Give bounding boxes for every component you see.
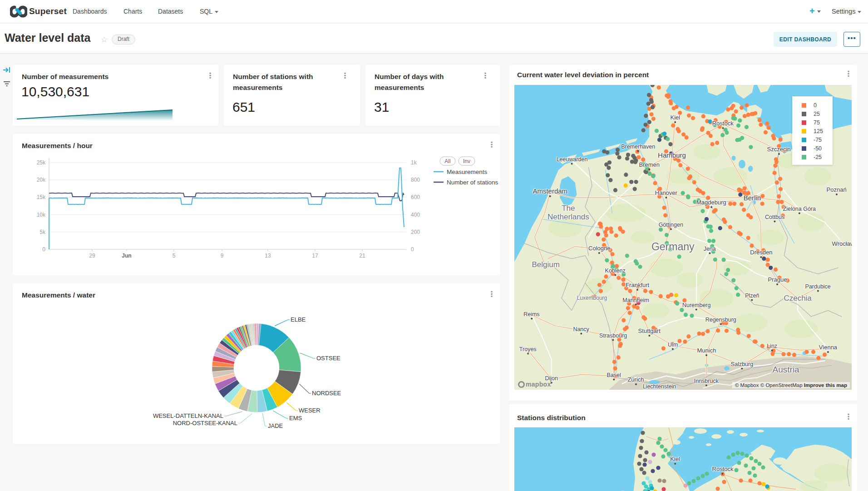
filter-icon[interactable] [3,80,11,88]
svg-text:NORD-OSTSEE-KANAL: NORD-OSTSEE-KANAL [173,420,237,427]
line-chart-card: Measurements / hour ••• 25k1k20k80015k60… [13,134,500,275]
map-city-label: Bremerhaven [621,143,655,152]
svg-text:0: 0 [42,246,45,253]
map-city-label: Stuttgart [638,327,661,337]
kpi-card-measurements: Number of measurements ••• 10,530,631 [13,65,218,126]
map-country-label: Belgium [532,260,559,269]
nav-item-datasets[interactable]: Datasets [158,8,183,15]
expand-filter-bar-icon[interactable] [3,66,11,74]
chart-menu-kebab[interactable]: ••• [845,70,852,79]
map-city-label: Jena [704,246,716,254]
legend-swatch [802,146,806,151]
map-country-label: Czechia [784,294,811,303]
map-city-label: Amsterdam [533,187,567,197]
deviation-map[interactable]: TheNetherlandsBelgiumGermanyLuxembourgCz… [514,85,852,390]
map-city-label: Bremen [639,161,660,170]
svg-text:Number of stations: Number of stations [447,179,498,186]
legend-swatch [802,112,806,116]
kpi-value: 31 [374,99,389,115]
map-city-label: Kiel [671,114,681,123]
map-city-label: Dresden [750,249,772,258]
nav-item-dashboards[interactable]: Dashboards [73,8,107,15]
legend-toggle-inv[interactable]: Inv [459,157,475,165]
map-city-label: Reims [523,311,539,319]
svg-text:17: 17 [312,253,318,259]
svg-text:NORDSEE: NORDSEE [312,390,341,397]
chart-title: Number of days with measurements [375,71,481,93]
draft-status-badge: Draft [112,35,135,45]
map-attribution: © Mapbox © OpenStreetMap Improve this ma… [732,382,850,388]
chart-menu-kebab[interactable]: ••• [207,72,213,80]
map-city-label: Zielona Góra [783,206,816,214]
svg-text:Jun: Jun [122,253,131,259]
svg-text:15k: 15k [37,194,46,200]
legend-swatch [802,129,806,134]
legend-swatch [802,155,806,159]
map-country-label: Austria [773,365,799,375]
map-city-label: Kiel [670,456,680,465]
kpi-card-stations: Number of stations with measurements •••… [224,65,360,126]
map-city-label: Cottbus [765,214,784,223]
page-title: Water level data [5,31,90,45]
donut-chart: ELBEOSTSEENORDSEEWESEREMSJADENORD-OSTSEE… [13,283,500,444]
nav-item-charts[interactable]: Charts [123,8,142,15]
map-city-label: Troyes [519,346,537,354]
chevron-down-icon [817,10,821,13]
map-city-label: Cologne [588,245,610,254]
map-city-label: Mannheim [622,297,649,306]
superset-logo-icon [10,5,27,18]
svg-text:OSTSEE: OSTSEE [316,355,340,362]
svg-text:JADE: JADE [268,422,283,429]
nav-item-sql[interactable]: SQL [200,8,218,15]
legend-value: 0 [814,102,817,109]
map-country-label: TheNetherlands [547,204,589,222]
legend-value: -50 [814,145,822,152]
svg-text:20k: 20k [37,177,46,183]
svg-text:0: 0 [411,246,414,253]
chart-menu-kebab[interactable]: ••• [482,72,488,80]
stations-map[interactable]: KielRostockBremerhaven [514,427,852,491]
map-city-label: Ulm [668,341,678,350]
svg-text:EMS: EMS [289,415,302,422]
chart-title: Number of stations with measurements [233,71,340,93]
dashboard-more-button[interactable]: ••• [843,32,860,47]
legend-item-measurements[interactable]: Measurements [434,169,488,175]
map-city-label: Salzburg [731,361,753,370]
svg-text:200: 200 [411,229,420,235]
deviation-map-card: Current water level deviation in percent… [509,65,857,401]
map-city-label: Zürich [627,376,644,385]
new-item-button[interactable]: + [809,6,821,16]
map-city-label: Frankfurt [626,282,649,291]
improve-map-link[interactable]: Improve this map [804,382,847,388]
kpi-value: 10,530,631 [21,84,89,99]
map-city-label: Rostock [712,466,734,475]
stations-map-card: Stations distribution ••• KielRostockBre… [509,404,857,491]
map-city-label: Regensburg [705,317,736,325]
chart-menu-kebab[interactable]: ••• [342,72,348,80]
mapbox-logo: mapbox [518,381,551,388]
map-city-label: Rostock [712,120,734,129]
favorite-star-icon[interactable]: ☆ [101,35,108,45]
legend-item-stations[interactable]: Number of stations [434,179,498,186]
edit-dashboard-button[interactable]: EDIT DASHBOARD [774,32,837,47]
donut-chart-card: Measurements / water ••• ELBEOSTSEENORDS… [13,283,500,444]
map-city-label: Munich [697,347,716,356]
settings-menu[interactable]: Settings [832,8,861,15]
map-city-label: Hamburg [658,151,686,159]
chart-title: Current water level deviation in percent [517,69,649,80]
map-country-label: Luxembourg [577,295,607,302]
svg-text:13: 13 [265,253,271,259]
legend-toggle-all[interactable]: All [440,157,455,165]
legend-value: -25 [814,154,822,160]
chevron-down-icon [858,11,861,13]
chart-title: Stations distribution [517,412,586,423]
chart-menu-kebab[interactable]: ••• [845,413,852,422]
svg-text:ELBE: ELBE [291,316,306,323]
map-city-label: Strasbourg [599,332,627,341]
map-city-label: Innsbruck [694,378,719,387]
map-city-label: Berlin [744,193,761,201]
chevron-down-icon [215,11,218,13]
map-city-label: Nuremberg [682,302,711,311]
kpi-card-days: Number of days with measurements ••• 31 [365,65,500,126]
svg-text:All: All [444,158,450,164]
